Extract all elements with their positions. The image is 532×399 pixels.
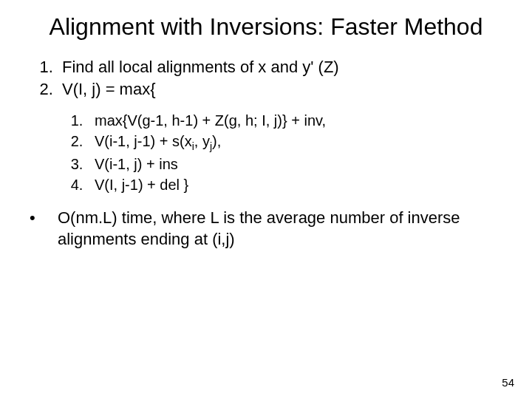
inner-item-2: V(i-1, j-1) + s(xi, yj), (87, 132, 502, 153)
inner-item-1: max{V(g-1, h-1) + Z(g, h; I, j)} + inv, (87, 111, 502, 130)
inner-list: max{V(g-1, h-1) + Z(g, h; I, j)} + inv, … (30, 111, 502, 194)
slide: Alignment with Inversions: Faster Method… (0, 0, 532, 399)
slide-body: Find all local alignments of x and y' (Z… (0, 41, 532, 250)
bullet-text: O(nm.L) time, where L is the average num… (58, 208, 502, 250)
outer-item-1: Find all local alignments of x and y' (Z… (58, 57, 502, 78)
inner-item-2-a: V(i-1, j-1) + s(x (95, 133, 192, 149)
outer-list: Find all local alignments of x and y' (Z… (30, 57, 502, 100)
bullet-marker: • (30, 208, 58, 250)
page-number: 54 (502, 376, 514, 389)
bullet-row: • O(nm.L) time, where L is the average n… (30, 208, 502, 250)
outer-item-2: V(I, j) = max{ (58, 79, 502, 100)
slide-title: Alignment with Inversions: Faster Method (0, 0, 532, 41)
inner-item-2-b: , y (194, 133, 210, 149)
inner-item-2-c: ), (212, 133, 221, 149)
inner-item-4: V(I, j-1) + del } (87, 175, 502, 194)
inner-item-1-text: max{V(g-1, h-1) + Z(g, h; I, j)} + inv, (95, 112, 326, 129)
inner-item-3: V(i-1, j) + ins (87, 154, 502, 174)
